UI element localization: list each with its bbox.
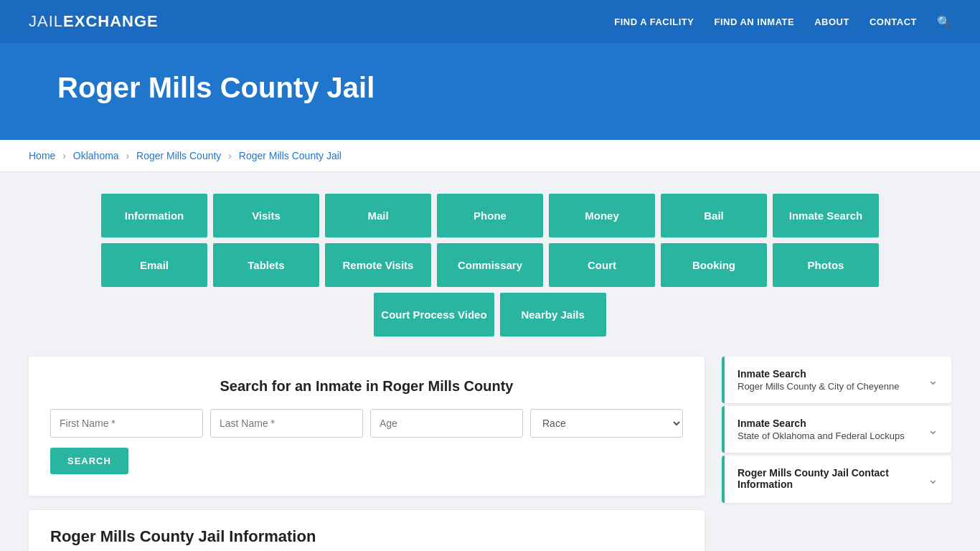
sidebar-item-header-1[interactable]: Inmate Search Roger Mills County & City … [725, 357, 951, 403]
sidebar-item-inmate-search-local: Inmate Search Roger Mills County & City … [722, 357, 951, 403]
info-title: Roger Mills County Jail Information [50, 527, 683, 546]
search-box: Search for an Inmate in Roger Mills Coun… [29, 357, 705, 496]
logo[interactable]: JAILEXCHANGE [29, 12, 159, 31]
page-title: Roger Mills County Jail [57, 72, 923, 104]
tile-phone[interactable]: Phone [437, 194, 543, 237]
nav-about[interactable]: ABOUT [814, 17, 849, 27]
chevron-down-icon-2: ⌄ [928, 422, 938, 438]
tile-court-process-video[interactable]: Court Process Video [374, 293, 494, 336]
tile-nearby-jails[interactable]: Nearby Jails [500, 293, 606, 336]
breadcrumb-sep-2: › [126, 150, 130, 161]
tile-remote-visits[interactable]: Remote Visits [325, 243, 431, 287]
nav-find-facility[interactable]: FIND A FACILITY [614, 17, 694, 27]
sidebar-item-top-1: Inmate Search [738, 368, 899, 380]
nav-tiles: Information Visits Mail Phone Money Bail… [29, 194, 951, 336]
search-inputs: Race White Black Hispanic Asian Other [50, 409, 683, 438]
logo-jail: JAIL [29, 12, 63, 30]
sidebar-item-header-2[interactable]: Inmate Search State of Oklahoma and Fede… [725, 406, 951, 453]
info-section: Roger Mills County Jail Information [29, 510, 705, 551]
tile-visits[interactable]: Visits [213, 194, 319, 237]
breadcrumb-oklahoma[interactable]: Oklahoma [73, 150, 119, 161]
sidebar-item-inmate-search-state: Inmate Search State of Oklahoma and Fede… [722, 406, 951, 453]
tiles-row-3: Court Process Video Nearby Jails [374, 293, 606, 336]
breadcrumb-current: Roger Mills County Jail [239, 150, 341, 161]
nav-contact[interactable]: CONTACT [870, 17, 917, 27]
main-content: Information Visits Mail Phone Money Bail… [0, 172, 980, 551]
right-panel: Inmate Search Roger Mills County & City … [722, 357, 951, 551]
chevron-down-icon-1: ⌄ [928, 372, 938, 388]
tile-mail[interactable]: Mail [325, 194, 431, 237]
chevron-down-icon-3: ⌄ [928, 471, 938, 487]
breadcrumb: Home › Oklahoma › Roger Mills County › R… [0, 140, 980, 172]
last-name-input[interactable] [210, 409, 363, 438]
sidebar-item-header-3[interactable]: Roger Mills County Jail Contact Informat… [725, 456, 951, 503]
tile-commissary[interactable]: Commissary [437, 243, 543, 287]
sidebar-item-sub-2: State of Oklahoma and Federal Lockups [738, 430, 905, 441]
main-nav: FIND A FACILITY FIND AN INMATE ABOUT CON… [614, 15, 951, 29]
tile-tablets[interactable]: Tablets [213, 243, 319, 287]
race-select[interactable]: Race White Black Hispanic Asian Other [530, 409, 683, 438]
tile-bail[interactable]: Bail [661, 194, 767, 237]
tile-inmate-search[interactable]: Inmate Search [773, 194, 879, 237]
tiles-row-2: Email Tablets Remote Visits Commissary C… [101, 243, 879, 287]
sidebar-item-top-2: Inmate Search [738, 418, 905, 429]
tile-court[interactable]: Court [549, 243, 655, 287]
left-panel: Search for an Inmate in Roger Mills Coun… [29, 357, 705, 551]
sidebar-item-title-1: Inmate Search Roger Mills County & City … [738, 368, 899, 392]
breadcrumb-home[interactable]: Home [29, 150, 55, 161]
tile-information[interactable]: Information [101, 194, 207, 237]
tiles-row-1: Information Visits Mail Phone Money Bail… [101, 194, 879, 237]
content-area: Search for an Inmate in Roger Mills Coun… [29, 357, 951, 551]
sidebar-item-contact-info: Roger Mills County Jail Contact Informat… [722, 456, 951, 503]
nav-find-inmate[interactable]: FIND AN INMATE [714, 17, 794, 27]
breadcrumb-sep-1: › [62, 150, 66, 161]
tile-money[interactable]: Money [549, 194, 655, 237]
header: JAILEXCHANGE FIND A FACILITY FIND AN INM… [0, 0, 980, 43]
sidebar-item-title-3: Roger Mills County Jail Contact Informat… [738, 467, 928, 491]
tile-email[interactable]: Email [101, 243, 207, 287]
tile-booking[interactable]: Booking [661, 243, 767, 287]
breadcrumb-sep-3: › [228, 150, 232, 161]
search-button[interactable]: SEARCH [50, 448, 128, 474]
age-input[interactable] [370, 409, 523, 438]
search-title: Search for an Inmate in Roger Mills Coun… [50, 378, 683, 395]
breadcrumb-county[interactable]: Roger Mills County [136, 150, 221, 161]
search-icon[interactable]: 🔍 [937, 15, 951, 29]
tile-photos[interactable]: Photos [773, 243, 879, 287]
hero-section: Roger Mills County Jail [0, 43, 980, 140]
sidebar-item-title-2: Inmate Search State of Oklahoma and Fede… [738, 418, 905, 441]
logo-exchange: EXCHANGE [63, 12, 159, 30]
sidebar-item-sub-1: Roger Mills County & City of Cheyenne [738, 381, 899, 392]
sidebar-item-top-3: Roger Mills County Jail Contact Informat… [738, 467, 928, 490]
first-name-input[interactable] [50, 409, 203, 438]
